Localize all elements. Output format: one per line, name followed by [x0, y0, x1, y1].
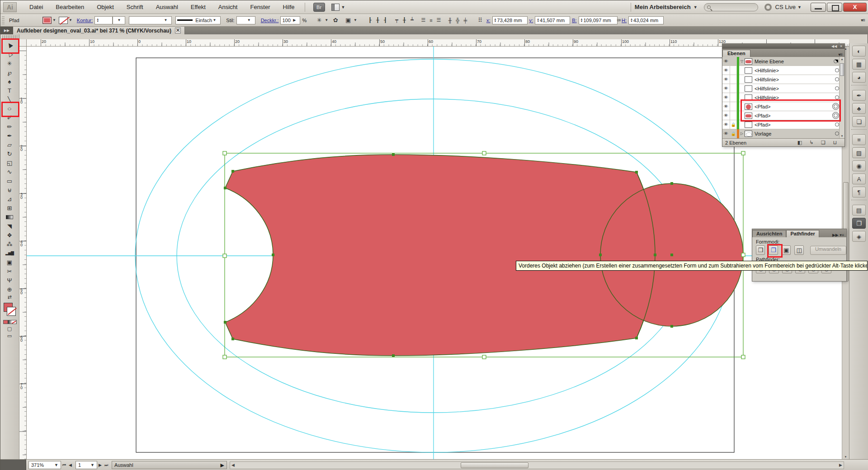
align-middle-button[interactable]: ╂ — [401, 17, 408, 24]
opacity-link[interactable]: Deckkr.: — [261, 18, 279, 23]
pen-tool[interactable]: ♠ — [0, 77, 19, 86]
screen-mode-button[interactable]: ▭ — [0, 332, 19, 339]
target-circle-icon[interactable] — [835, 68, 839, 72]
cs-live-menu[interactable]: CS Live — [775, 4, 796, 10]
symbols-panel-icon[interactable]: ♣ — [852, 103, 866, 114]
tab-ebenen[interactable]: Ebenen — [722, 50, 750, 57]
align-left-button[interactable]: ┠ — [366, 17, 374, 24]
stroke-panel-icon[interactable]: ≡ — [852, 134, 866, 145]
menu-fenster[interactable]: Fenster — [244, 0, 276, 14]
width-input[interactable]: ▲▼109,097 mm — [579, 16, 618, 24]
gradient-button[interactable] — [8, 320, 12, 324]
document-tab[interactable]: Aufkleber designen_oval_03.ai* bei 371 %… — [13, 27, 185, 34]
pathfinder-panel-icon[interactable]: ❐ — [852, 218, 866, 229]
target-circle-icon[interactable] — [835, 122, 839, 127]
distribute-space-h-button[interactable]: ╬ — [454, 17, 462, 24]
isolate-selected-object-button[interactable]: ▣ — [344, 16, 353, 24]
visibility-eye-icon[interactable]: 👁 — [722, 84, 730, 93]
target-circle-icon[interactable] — [835, 77, 839, 81]
align-top-button[interactable]: ┯ — [393, 17, 401, 24]
pencil-tool[interactable]: ✏ — [0, 122, 19, 131]
last-page-icon[interactable]: ⏭ — [104, 463, 108, 468]
visibility-eye-icon[interactable]: 👁 — [722, 111, 730, 120]
rotate-tool[interactable]: ↻ — [0, 149, 19, 158]
minimize-button[interactable] — [811, 3, 826, 12]
scroll-up-icon[interactable]: ▲ — [840, 58, 844, 61]
zoom-tool[interactable]: ⊕ — [0, 285, 19, 294]
menu-objekt[interactable]: Objekt — [90, 0, 120, 14]
distribute-vertical-button[interactable]: ☰ — [420, 17, 427, 24]
character-panel-icon[interactable]: A — [852, 174, 866, 184]
lock-cell[interactable] — [730, 93, 737, 102]
scroll-thumb[interactable] — [840, 63, 844, 76]
control-panel-menu-icon[interactable]: ▾≡ — [861, 18, 865, 23]
search-input[interactable] — [704, 3, 758, 11]
swap-fill-stroke-button[interactable]: ⇄ — [0, 294, 19, 300]
gradient-tool[interactable] — [0, 212, 19, 221]
lock-cell[interactable] — [730, 102, 737, 111]
layer-name[interactable]: Vorlage — [755, 131, 835, 136]
collapse-panel-icon[interactable]: ◀◀ — [831, 44, 837, 48]
hand-tool[interactable]: Ψ — [0, 276, 19, 285]
status-indicator[interactable]: Auswahl▶ — [112, 461, 227, 469]
layer-row-hilfslinie[interactable]: 👁 <Hilfslinie> — [722, 84, 844, 93]
opacity-input[interactable]: 100▶ — [280, 16, 300, 24]
arrange-documents-button[interactable]: ▼ — [331, 4, 345, 11]
menu-schrift[interactable]: Schrift — [120, 0, 150, 14]
umwandeln-button[interactable]: Umwandeln — [810, 246, 846, 255]
layer-row-meine-ebene[interactable]: 👁 ▽ Meine Ebene — [722, 57, 844, 66]
layer-row-pfad-locked[interactable]: 👁🔒 <Pfad> — [722, 120, 844, 129]
free-transform-tool[interactable]: ▭ — [0, 176, 19, 185]
target-circle-icon[interactable] — [835, 132, 839, 136]
layer-row-vorlage[interactable]: 👁🔒 ▷ Vorlage — [722, 129, 844, 138]
layer-name[interactable]: <Hilfslinie> — [755, 86, 835, 91]
panel-menu-icon[interactable]: ▾≡ — [838, 52, 844, 57]
perspective-grid-tool[interactable]: ⊿ — [0, 194, 19, 203]
ruler-corner[interactable] — [19, 39, 27, 47]
brush-definition-dropdown[interactable]: ▼ — [129, 16, 172, 24]
layer-row-hilfslinie[interactable]: 👁 <Hilfslinie> — [722, 66, 844, 75]
prev-page-icon[interactable]: ◀ — [69, 463, 72, 467]
align-bottom-button[interactable]: ┷ — [408, 17, 416, 24]
transparency-panel-icon[interactable]: ▨ — [852, 147, 866, 158]
maximize-button[interactable] — [827, 3, 842, 12]
symbol-sprayer-tool[interactable]: ⁂ — [0, 240, 19, 249]
eraser-tool[interactable]: ▱ — [0, 140, 19, 149]
make-clipping-mask-button[interactable]: ◧ — [796, 140, 804, 146]
distribute-space-button[interactable]: ╪ — [462, 17, 469, 24]
lock-icon[interactable]: 🔒 — [730, 129, 737, 138]
close-button[interactable]: X — [843, 3, 867, 12]
lock-icon[interactable]: 🔒 — [730, 120, 737, 129]
new-sublayer-button[interactable]: ↳ — [807, 140, 816, 146]
fill-color-swatch[interactable] — [42, 17, 52, 24]
scroll-left-icon[interactable]: ◀ — [231, 463, 235, 467]
intersect-button[interactable]: ▣ — [782, 245, 791, 255]
reference-point-selector[interactable]: ⠿ — [476, 16, 485, 24]
stepper-icon[interactable]: ▲▼ — [580, 18, 583, 23]
color-type-buttons[interactable] — [3, 320, 17, 324]
layer-name[interactable]: <Pfad> — [755, 122, 835, 127]
stepper-icon[interactable]: ▲▼ — [537, 18, 539, 23]
close-document-icon[interactable]: ✕ — [175, 28, 181, 33]
menu-hilfe[interactable]: Hilfe — [277, 0, 301, 14]
link-dimensions-icon[interactable]: 8 — [616, 19, 621, 22]
expand-triangle-icon[interactable]: ▽ — [739, 59, 745, 63]
width-tool[interactable]: ∿ — [0, 167, 19, 176]
menu-ansicht[interactable]: Ansicht — [212, 0, 244, 14]
visibility-eye-icon[interactable]: 👁 — [722, 93, 730, 102]
stroke-swatch[interactable] — [7, 307, 15, 315]
none-button[interactable] — [12, 320, 16, 324]
new-layer-button[interactable]: ❏ — [819, 140, 827, 146]
visibility-eye-icon[interactable]: 👁 — [722, 120, 730, 129]
brushes-panel-icon[interactable]: ✒ — [852, 90, 866, 101]
drawing-mode-button[interactable]: ▢ — [0, 325, 19, 332]
visibility-eye-icon[interactable]: 👁 — [722, 57, 730, 66]
target-circle-icon[interactable] — [835, 86, 839, 90]
lock-cell[interactable] — [730, 75, 737, 84]
panel-menu-icon[interactable]: ▶▶ ▾≡ — [832, 233, 846, 237]
layer-name[interactable]: Meine Ebene — [755, 59, 834, 64]
workspace-switcher[interactable]: Mein Arbeitsbereich — [635, 4, 691, 10]
target-circle-icon[interactable] — [835, 95, 839, 99]
type-tool[interactable]: T — [0, 86, 19, 95]
page-number-dropdown[interactable]: 1▼ — [75, 461, 97, 469]
